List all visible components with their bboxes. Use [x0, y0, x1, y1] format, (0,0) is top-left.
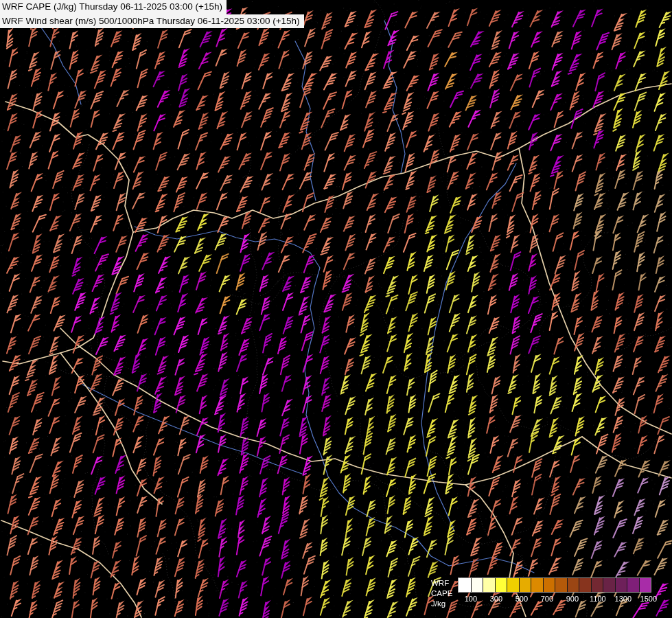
- legend-tick-label: 1500: [640, 595, 657, 603]
- legend-title: WRFCAPEJ/kg: [431, 577, 452, 610]
- legend-tick-label: 500: [515, 595, 528, 603]
- legend-colorbar: [458, 577, 651, 593]
- legend-tick-label: 100: [465, 595, 477, 603]
- legend-title-line: CAPE: [431, 588, 452, 599]
- legend-title-line: WRF: [431, 578, 452, 588]
- legend-color-cell: [543, 578, 555, 592]
- legend-color-cell: [603, 578, 615, 592]
- legend-tick-label: 1100: [590, 595, 606, 603]
- header-cape-title: WRF CAPE (J/kg) Thursday 06-11-2025 03:0…: [0, 0, 227, 14]
- legend-color-cell: [507, 578, 519, 592]
- legend-bar-block: 100300500700900110013001500: [458, 577, 651, 604]
- legend-color-cell: [627, 578, 639, 592]
- legend-tick-label: 700: [541, 595, 553, 603]
- cape-legend: WRFCAPEJ/kg 100300500700900110013001500: [431, 577, 651, 610]
- legend-tick-label: 900: [566, 595, 579, 603]
- legend-color-cell: [531, 578, 543, 592]
- legend-color-cell: [483, 578, 495, 592]
- legend-color-cell: [495, 578, 507, 592]
- legend-title-line: J/kg: [431, 599, 452, 609]
- legend-color-cell: [639, 578, 651, 592]
- wrf-map-page: { "header": { "line1": "WRF CAPE (J/kg) …: [0, 0, 672, 618]
- legend-color-cell: [579, 578, 591, 592]
- legend-color-cell: [615, 578, 627, 592]
- legend-color-cell: [471, 578, 483, 592]
- legend-color-cell: [567, 578, 579, 592]
- legend-tick-label: 1300: [615, 595, 632, 603]
- header-windshear-title: WRF Wind shear (m/s) 500/1000hPa Thursda…: [0, 14, 304, 29]
- map-header: WRF CAPE (J/kg) Thursday 06-11-2025 03:0…: [0, 0, 304, 28]
- legend-color-cell: [591, 578, 603, 592]
- weather-map-canvas: [0, 0, 672, 618]
- legend-color-cell: [519, 578, 531, 592]
- legend-color-cell: [555, 578, 567, 592]
- legend-tick-label: 300: [490, 595, 502, 603]
- legend-color-cell: [459, 578, 471, 592]
- legend-ticks: 100300500700900110013001500: [458, 595, 651, 604]
